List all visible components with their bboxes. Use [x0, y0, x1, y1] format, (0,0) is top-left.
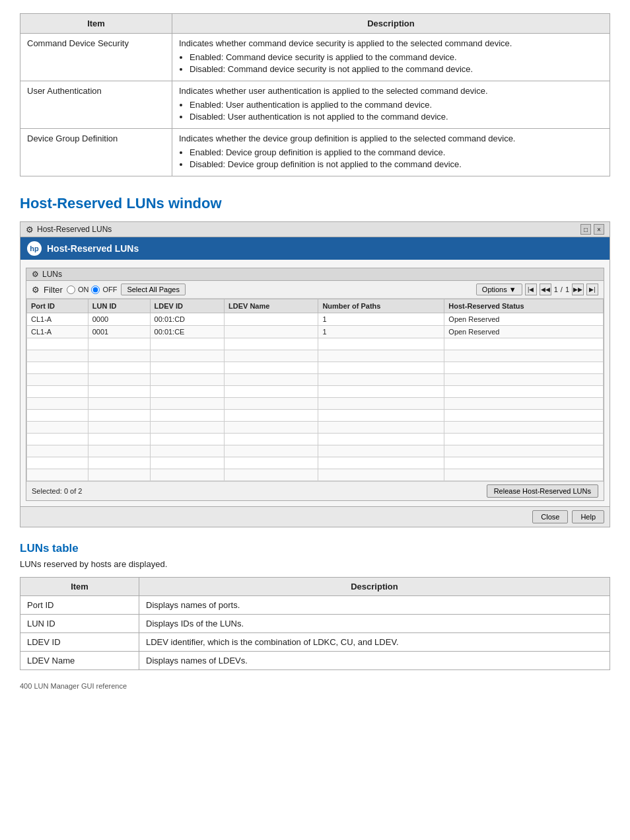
luns-empty-cell — [27, 469, 88, 481]
page-slash: / — [561, 286, 563, 293]
luns-empty-cell — [444, 410, 604, 422]
bottom-desc-0: Displays names of ports. — [139, 596, 610, 615]
luns-table-row: CL1-A000100:01:CE1Open Reserved — [27, 326, 604, 338]
luns-description-table: Item Description Port IDDisplays names o… — [20, 577, 610, 670]
luns-panel: ⚙ LUNs ⚙ Filter ON OFF Select All Pages — [26, 268, 604, 501]
luns-empty-cell — [318, 374, 444, 386]
luns-empty-cell — [225, 434, 318, 445]
bottom-item-0: Port ID — [20, 596, 139, 615]
off-radio[interactable] — [91, 286, 100, 294]
top-table-desc-2: Indicates whether the device group defin… — [172, 129, 610, 176]
next-page-button[interactable]: ▶▶ — [572, 284, 584, 295]
luns-empty-cell — [88, 457, 150, 469]
bullet-item: Enabled: User authentication is applied … — [190, 100, 603, 110]
luns-empty-row — [27, 362, 604, 374]
luns-empty-cell — [150, 410, 224, 422]
window-icon: ⚙ — [26, 225, 34, 235]
luns-empty-cell — [225, 398, 318, 410]
prev-page-button[interactable]: ◀◀ — [540, 284, 551, 295]
luns-empty-cell — [444, 445, 604, 457]
section-heading: Host-Reserved LUNs window — [20, 195, 610, 212]
window-header-bar: hp Host-Reserved LUNs — [20, 237, 610, 260]
window-title: Host-Reserved LUNs — [37, 225, 112, 234]
luns-cell-0-2: 00:01:CD — [150, 313, 224, 326]
top-table-item-1: User Authentication — [20, 81, 172, 129]
options-button[interactable]: Options ▼ — [476, 284, 522, 295]
luns-empty-cell — [444, 386, 604, 398]
luns-col-header-5: Host-Reserved Status — [444, 299, 604, 313]
bottom-desc-1: Displays IDs of the LUNs. — [139, 615, 610, 633]
luns-empty-cell — [318, 457, 444, 469]
luns-empty-cell — [27, 362, 88, 374]
luns-empty-cell — [225, 374, 318, 386]
help-button[interactable]: Help — [572, 510, 604, 523]
luns-empty-cell — [88, 362, 150, 374]
titlebar-left: ⚙ Host-Reserved LUNs — [26, 225, 112, 235]
luns-empty-cell — [150, 469, 224, 481]
luns-empty-cell — [225, 410, 318, 422]
last-page-button[interactable]: ▶| — [586, 284, 598, 295]
bottom-table-row: LDEV NameDisplays names of LDEVs. — [20, 652, 610, 670]
top-ref-table: Item Description Command Device Security… — [20, 13, 610, 176]
luns-table-row: CL1-A000000:01:CD1Open Reserved — [27, 313, 604, 326]
luns-empty-cell — [88, 445, 150, 457]
close-window-button[interactable]: × — [594, 224, 604, 235]
luns-empty-cell — [444, 457, 604, 469]
close-button[interactable]: Close — [532, 510, 568, 523]
luns-empty-cell — [150, 457, 224, 469]
bottom-item-1: LUN ID — [20, 615, 139, 633]
luns-toolbar-right: Options ▼ |◀ ◀◀ 1 / 1 ▶▶ ▶| — [476, 284, 598, 295]
bottom-item-2: LDEV ID — [20, 633, 139, 652]
on-label: ON — [78, 286, 89, 293]
luns-empty-cell — [88, 386, 150, 398]
bottom-table-row: Port IDDisplays names of ports. — [20, 596, 610, 615]
luns-col-header-0: Port ID — [27, 299, 88, 313]
luns-empty-cell — [318, 362, 444, 374]
luns-empty-row — [27, 445, 604, 457]
luns-empty-cell — [88, 469, 150, 481]
luns-empty-row — [27, 434, 604, 445]
luns-empty-cell — [150, 422, 224, 434]
bullet-item: Disabled: Command device security is not… — [190, 64, 603, 74]
luns-panel-title: LUNs — [42, 270, 62, 279]
luns-empty-cell — [27, 422, 88, 434]
on-radio[interactable] — [67, 286, 75, 294]
luns-empty-cell — [150, 445, 224, 457]
window-footer-bar: Close Help — [20, 506, 610, 527]
luns-empty-cell — [150, 374, 224, 386]
release-host-reserved-luns-button[interactable]: Release Host-Reserved LUNs — [487, 484, 598, 498]
luns-data-table: Port IDLUN IDLDEV IDLDEV NameNumber of P… — [26, 299, 604, 481]
luns-empty-cell — [88, 434, 150, 445]
luns-empty-cell — [88, 374, 150, 386]
luns-empty-cell — [88, 350, 150, 362]
luns-empty-cell — [444, 422, 604, 434]
luns-toolbar-left: ⚙ Filter ON OFF Select All Pages — [32, 284, 186, 295]
luns-empty-cell — [27, 410, 88, 422]
luns-empty-cell — [225, 445, 318, 457]
luns-empty-cell — [150, 338, 224, 350]
luns-empty-cell — [27, 434, 88, 445]
luns-panel-titlebar: ⚙ LUNs — [26, 268, 604, 281]
page-footer: 400 LUN Manager GUI reference — [20, 682, 610, 690]
luns-empty-cell — [318, 338, 444, 350]
luns-empty-cell — [27, 398, 88, 410]
luns-empty-cell — [444, 469, 604, 481]
luns-empty-cell — [318, 410, 444, 422]
window-controls[interactable]: □ × — [580, 224, 604, 235]
luns-empty-cell — [318, 386, 444, 398]
luns-empty-cell — [444, 338, 604, 350]
luns-empty-cell — [318, 398, 444, 410]
minimize-button[interactable]: □ — [580, 224, 591, 235]
luns-empty-cell — [444, 434, 604, 445]
on-off-radio-group[interactable]: ON OFF — [67, 286, 118, 294]
select-all-pages-button[interactable]: Select All Pages — [121, 284, 186, 295]
window-content: ⚙ LUNs ⚙ Filter ON OFF Select All Pages — [20, 260, 610, 506]
luns-empty-cell — [444, 374, 604, 386]
luns-empty-cell — [27, 350, 88, 362]
luns-cell-1-4: 1 — [318, 326, 444, 338]
luns-empty-row — [27, 457, 604, 469]
luns-empty-cell — [225, 457, 318, 469]
first-page-button[interactable]: |◀ — [525, 284, 537, 295]
host-reserved-luns-window: ⚙ Host-Reserved LUNs □ × hp Host-Reserve… — [20, 221, 610, 527]
luns-empty-cell — [225, 362, 318, 374]
